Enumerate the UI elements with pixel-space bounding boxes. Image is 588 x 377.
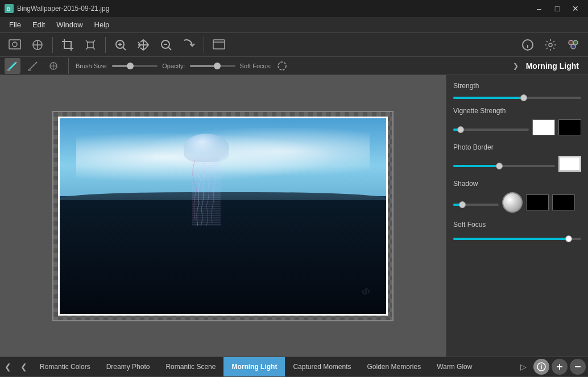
svg-rect-25 (7, 69, 10, 71)
svg-point-32 (541, 364, 542, 366)
image-content: 𝚽 (60, 118, 386, 314)
tab-prev-button[interactable]: ❮ (0, 357, 16, 377)
filmstrip-remove-button[interactable] (570, 359, 586, 375)
app-icon: B (5, 4, 14, 13)
shadow-slider[interactable] (453, 199, 499, 206)
shadow-swatch-black2[interactable] (552, 194, 575, 210)
jellyfish-subject (184, 134, 229, 190)
filmstrip-add-button[interactable] (552, 359, 568, 375)
tab-romantic-colors[interactable]: Romantic Colors (32, 357, 98, 377)
svg-rect-16 (213, 40, 225, 49)
svg-point-21 (549, 43, 552, 47)
title-bar: B BingWallpaper-2015-09-21.jpg – □ ✕ (0, 0, 588, 17)
tab-golden-memories[interactable]: Golden Memories (359, 357, 429, 377)
soft-focus-panel-label: Soft Focus (453, 221, 581, 229)
brush-tool-2[interactable] (25, 58, 41, 74)
shadow-preview (502, 192, 523, 213)
svg-rect-8 (88, 42, 93, 48)
tab-warm-glow[interactable]: Warm Glow (429, 357, 480, 377)
soft-focus-slider[interactable] (453, 233, 581, 240)
export-button[interactable] (209, 35, 229, 55)
menu-bar: File Edit Window Help (0, 17, 588, 33)
menu-window[interactable]: Window (51, 18, 88, 31)
brush-size-label: Brush Size: (76, 63, 107, 69)
tab-romantic-scene[interactable]: Romantic Scene (158, 357, 223, 377)
photo-border-label: Photo Border (453, 143, 581, 151)
title-bar-left: B BingWallpaper-2015-09-21.jpg (5, 4, 109, 13)
brush-tool-3[interactable] (45, 58, 61, 74)
tab-morning-light[interactable]: Morning Light (223, 357, 285, 377)
brush-bar: Brush Size: Opacity: Soft Focus: ❯ Morni… (0, 57, 588, 75)
filmstrip-info-button[interactable] (533, 359, 549, 375)
canvas-image[interactable]: 𝚽 (58, 117, 388, 316)
photo-border-row: Photo Border (453, 143, 581, 172)
strength-label: Strength (453, 82, 581, 90)
settings-button[interactable] (540, 35, 561, 55)
border-color-swatch[interactable] (558, 156, 581, 172)
right-panel: Strength Vignette Strength (446, 75, 588, 357)
minimize-button[interactable]: – (531, 1, 547, 16)
info-button[interactable] (517, 35, 538, 55)
photo-border-slider[interactable] (453, 160, 555, 167)
svg-line-10 (123, 47, 126, 50)
vignette-row: Vignette Strength (453, 107, 581, 135)
toolbar-sep-3 (204, 37, 204, 53)
svg-point-24 (571, 44, 575, 49)
vignette-color-swatch-black[interactable] (558, 119, 581, 135)
opacity-slider[interactable] (190, 63, 235, 69)
strength-slider[interactable] (453, 92, 581, 99)
close-button[interactable]: ✕ (568, 1, 583, 16)
svg-line-14 (168, 47, 171, 50)
svg-text:B: B (7, 6, 10, 12)
canvas-wrapper: 𝚽 (52, 111, 394, 321)
crop-tool-button[interactable] (57, 35, 78, 55)
title-bar-controls: – □ ✕ (531, 1, 583, 16)
bing-watermark: 𝚽 (361, 286, 370, 298)
menu-help[interactable]: Help (89, 18, 115, 31)
svg-rect-2 (9, 40, 20, 49)
main-area: 𝚽 Strength Vignette Strength (0, 75, 588, 357)
menu-file[interactable]: File (3, 18, 27, 31)
toolbar-sep-2 (105, 37, 106, 53)
svg-point-3 (13, 42, 17, 47)
vignette-label: Vignette Strength (453, 107, 506, 115)
tab-dreamy-photo[interactable]: Dreamy Photo (98, 357, 158, 377)
jellyfish-tentacles (192, 158, 221, 226)
transform-tool-button[interactable] (80, 35, 101, 55)
shadow-label: Shadow (453, 180, 581, 188)
tab-next-button[interactable]: ▷ (515, 357, 531, 377)
canvas-area: 𝚽 (0, 75, 446, 357)
vignette-inline: Vignette Strength (453, 107, 581, 115)
tab-prev2-button[interactable]: ❮ (16, 357, 32, 377)
move-tool-button[interactable] (133, 35, 154, 55)
svg-point-30 (278, 62, 286, 70)
strength-row: Strength (453, 82, 581, 99)
zoom-in-button[interactable] (110, 35, 131, 55)
tab-captured-moments[interactable]: Captured Moments (285, 357, 359, 377)
rotate-button[interactable] (179, 35, 199, 55)
window-title: BingWallpaper-2015-09-21.jpg (17, 5, 109, 13)
underwater-layer (60, 200, 386, 314)
tab-controls: ▷ (515, 357, 588, 377)
photo-tool-button[interactable] (5, 35, 25, 55)
retouch-tool-button[interactable] (27, 35, 48, 55)
shadow-row: Shadow (453, 180, 581, 213)
menu-edit[interactable]: Edit (27, 18, 51, 31)
toolbar-sep-1 (52, 37, 53, 53)
vignette-slider[interactable] (453, 124, 529, 131)
svg-rect-7 (64, 42, 71, 48)
soft-focus-row: Soft Focus (453, 221, 581, 240)
effects-button[interactable] (563, 35, 583, 55)
expand-arrow[interactable]: ❯ (510, 60, 521, 72)
vignette-color-swatch-white[interactable] (532, 119, 555, 135)
brush-tool-1[interactable] (5, 58, 20, 74)
brush-sep (68, 58, 69, 74)
zoom-out-button[interactable] (156, 35, 176, 55)
soft-focus-label: Soft Focus: (240, 63, 272, 69)
maximize-button[interactable]: □ (549, 1, 565, 16)
shadow-swatch-black[interactable] (526, 194, 549, 210)
right-panel-label: Morning Light (526, 61, 579, 71)
main-toolbar (0, 33, 588, 57)
opacity-label: Opacity: (162, 63, 185, 69)
brush-size-slider[interactable] (112, 63, 158, 69)
